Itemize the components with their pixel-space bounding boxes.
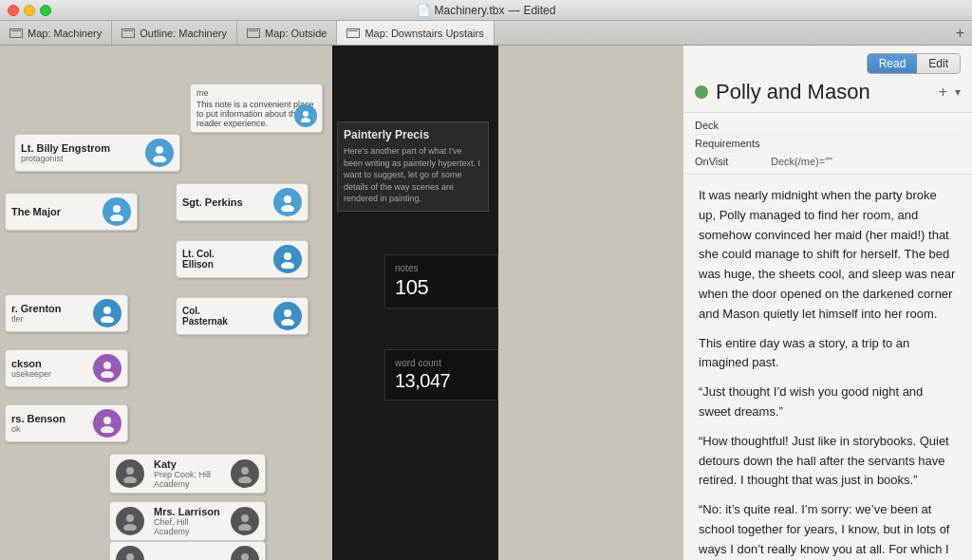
avatar-katy-right bbox=[231, 507, 259, 535]
avatar-rs-benson bbox=[93, 409, 122, 438]
avatar-larrison-right bbox=[231, 546, 259, 560]
window-title: 📄 Machinery.tbx — Edited bbox=[417, 4, 556, 17]
svg-point-13 bbox=[101, 316, 114, 323]
meta-onvisit: OnVisit Deck(/me)="" bbox=[695, 153, 961, 170]
read-edit-toggle: Read Edit bbox=[867, 53, 961, 74]
avatar-major bbox=[103, 197, 131, 226]
svg-point-6 bbox=[284, 196, 291, 203]
panel-reading: Read Edit Polly and Mason + ▾ Deck Requi… bbox=[683, 46, 972, 560]
svg-point-8 bbox=[284, 252, 291, 260]
svg-point-23 bbox=[123, 524, 137, 531]
map-downstairs-icon bbox=[346, 28, 360, 38]
panel-map-outside bbox=[498, 46, 683, 560]
char-card-sgt-perkins[interactable]: Sgt. Perkins bbox=[176, 183, 308, 221]
fullscreen-button[interactable] bbox=[40, 5, 51, 16]
close-button[interactable] bbox=[8, 5, 19, 16]
svg-point-21 bbox=[238, 476, 252, 483]
reading-paragraph: “How thoughtful! Just like in storybooks… bbox=[699, 432, 957, 491]
word-count-stats-box: word count 13,047 bbox=[384, 349, 498, 401]
svg-point-12 bbox=[103, 307, 111, 314]
avatar-lt-billy bbox=[145, 139, 174, 167]
outline-icon bbox=[122, 28, 135, 38]
char-card-lt-col-ellison[interactable]: Lt. Col.Ellison bbox=[176, 240, 308, 278]
tabbar: Map: Machinery Outline: Machinery Map: O… bbox=[0, 21, 972, 46]
meta-deck: Deck bbox=[695, 117, 961, 135]
scene-title: Polly and Mason bbox=[716, 80, 870, 104]
reading-meta: Deck Requirements OnVisit Deck(/me)="" bbox=[683, 113, 972, 175]
tab-map-machinery[interactable]: Map: Machinery bbox=[0, 21, 112, 45]
chevron-down-icon[interactable]: ▾ bbox=[955, 85, 961, 99]
file-icon: 📄 bbox=[417, 4, 431, 17]
reading-paragraph: It was nearly midnight when the party br… bbox=[699, 186, 957, 325]
add-tab-button[interactable]: + bbox=[948, 21, 972, 45]
svg-point-17 bbox=[101, 426, 114, 433]
reading-paragraph: “No: it’s quite real. I’m sorry: we’ve b… bbox=[699, 500, 957, 560]
avatar-sgt-perkins bbox=[273, 188, 302, 216]
char-card-mrs-larrison[interactable] bbox=[109, 541, 266, 560]
avatar-tim bbox=[116, 459, 144, 488]
scene-icon bbox=[695, 85, 708, 99]
svg-point-11 bbox=[281, 319, 294, 326]
traffic-lights bbox=[8, 5, 51, 16]
svg-point-14 bbox=[103, 362, 111, 369]
svg-point-9 bbox=[281, 262, 294, 269]
reading-paragraph: This entire day was a story, a trip to a… bbox=[699, 334, 957, 374]
tab-outline-machinery[interactable]: Outline: Machinery bbox=[112, 21, 237, 45]
add-scene-button[interactable]: + bbox=[939, 84, 947, 101]
note-card: me This note is a convenient place to pu… bbox=[190, 84, 323, 133]
avatar-larrison-left bbox=[116, 546, 144, 560]
svg-point-3 bbox=[153, 156, 166, 162]
main-content: me This note is a convenient place to pu… bbox=[0, 46, 972, 560]
char-card-rs-benson[interactable]: rs. Benson ok bbox=[5, 404, 128, 442]
char-card-major[interactable]: The Major bbox=[5, 193, 138, 231]
map-canvas: me This note is a convenient place to pu… bbox=[0, 46, 332, 560]
svg-point-16 bbox=[103, 417, 111, 424]
avatar-katy-left bbox=[116, 507, 144, 535]
avatar-col-pasternak bbox=[273, 302, 302, 330]
notes-stats-box: notes 105 bbox=[384, 254, 498, 308]
map-outside-icon bbox=[247, 28, 260, 38]
reading-toolbar: Read Edit bbox=[695, 53, 961, 74]
svg-point-5 bbox=[110, 215, 123, 221]
map-icon bbox=[9, 28, 23, 38]
char-card-ckson[interactable]: ckson usekeeper bbox=[5, 349, 128, 387]
svg-point-1 bbox=[301, 118, 310, 122]
minimize-button[interactable] bbox=[24, 5, 35, 16]
char-card-tim[interactable]: Katy Prep Cook; Hill Academy bbox=[109, 454, 266, 494]
painterly-note: Painterly Precis Here's another part of … bbox=[337, 121, 489, 212]
edit-button[interactable]: Edit bbox=[917, 54, 960, 73]
svg-point-24 bbox=[241, 514, 249, 522]
read-button[interactable]: Read bbox=[868, 54, 918, 73]
svg-point-26 bbox=[126, 553, 134, 560]
reading-paragraph: “Just thought I’d wish you good night an… bbox=[699, 383, 957, 422]
char-card-grenton[interactable]: r. Grenton tler bbox=[5, 294, 128, 332]
avatar-grenton bbox=[93, 299, 122, 327]
svg-point-28 bbox=[241, 553, 249, 560]
char-card-lt-billy[interactable]: Lt. Billy Engstrom protagonist bbox=[14, 134, 180, 172]
tab-map-outside[interactable]: Map: Outside bbox=[237, 21, 337, 45]
avatar-lt-col-ellison bbox=[273, 245, 302, 273]
svg-point-0 bbox=[303, 111, 308, 117]
panel-outline-machinery: Painterly Precis Here's another part of … bbox=[332, 46, 498, 560]
reading-title-row: Polly and Mason + ▾ bbox=[695, 80, 961, 104]
svg-point-25 bbox=[238, 524, 252, 531]
avatar-tim-right bbox=[231, 459, 259, 488]
reading-header: Read Edit Polly and Mason + ▾ bbox=[683, 46, 972, 113]
meta-requirements: Requirements bbox=[695, 135, 961, 153]
svg-point-19 bbox=[123, 476, 137, 483]
avatar-me bbox=[294, 104, 317, 127]
char-card-katy[interactable]: Mrs. Larrison Chef, Hill Academy bbox=[109, 501, 266, 541]
svg-point-20 bbox=[241, 467, 249, 475]
svg-point-22 bbox=[126, 514, 134, 522]
svg-point-15 bbox=[101, 371, 114, 378]
svg-point-18 bbox=[126, 467, 134, 475]
avatar-ckson bbox=[93, 354, 122, 383]
panel-map-machinery: me This note is a convenient place to pu… bbox=[0, 46, 332, 560]
titlebar: 📄 Machinery.tbx — Edited bbox=[0, 0, 972, 21]
char-card-col-pasternak[interactable]: Col.Pasternak bbox=[176, 297, 308, 335]
reading-body: It was nearly midnight when the party br… bbox=[683, 175, 972, 560]
svg-point-4 bbox=[113, 205, 121, 213]
tab-map-downstairs[interactable]: Map: Downstairs Upstairs bbox=[337, 21, 494, 45]
svg-point-10 bbox=[284, 309, 291, 317]
svg-point-2 bbox=[156, 146, 163, 154]
